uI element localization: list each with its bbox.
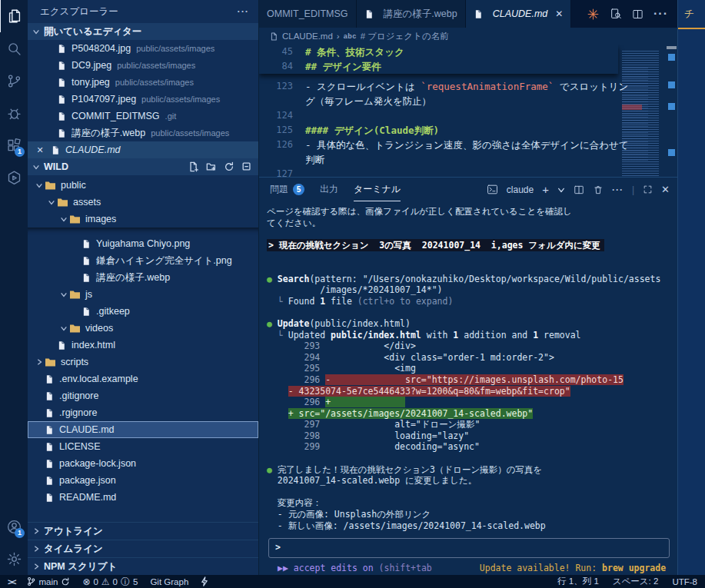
open-editor-path: .git — [165, 111, 177, 121]
open-editors-header[interactable]: 開いているエディター — [28, 23, 258, 40]
vscode-window: 1 1 エクスプローラー ··· 開いているエディター P5048204.jpg… — [0, 0, 705, 588]
tree-item[interactable]: LICENSE — [28, 438, 258, 455]
tree-item[interactable]: CLAUDE.md — [28, 421, 258, 438]
open-editor-item[interactable]: tony.jpegpublic/assets/images — [28, 74, 258, 91]
claude-input-box[interactable]: > — [268, 538, 670, 558]
extensions-icon[interactable]: 1 — [0, 129, 28, 161]
tree-item[interactable]: Yuigahama Chiyo.png — [28, 235, 258, 252]
debug-icon[interactable] — [0, 97, 28, 129]
terminal-line: /images/*20241007_14*") — [267, 284, 677, 296]
editor-more-actions-icon[interactable]: ··· — [653, 7, 668, 21]
panel-more-actions-icon[interactable]: ··· — [612, 184, 624, 195]
maximize-panel-icon[interactable] — [643, 184, 653, 194]
editor[interactable]: 45# 条件、技術スタック84## デザイン要件 123- スクロールイベントは… — [259, 45, 677, 177]
scrollbar-markers[interactable] — [666, 45, 677, 177]
tree-item[interactable]: public — [28, 177, 258, 194]
tree-item-label: videos — [85, 323, 113, 334]
terminal-output[interactable]: ページを確認する際は、画像ファイルが正しく配置されていることを確認してください。… — [259, 201, 677, 575]
breadcrumb[interactable]: CLAUDE.md › abc # プロジェクトの名前 — [259, 28, 677, 45]
tree-item[interactable]: 鎌倉ハイキング完全サイト.png — [28, 252, 258, 269]
open-editor-item[interactable]: ✕CLAUDE.md — [28, 141, 258, 158]
tree-item[interactable]: images — [28, 211, 258, 228]
editor-tab[interactable]: CLAUDE.md✕ — [466, 0, 572, 28]
tree-item[interactable]: package.json — [28, 472, 258, 489]
indentation[interactable]: スペース: 2 — [613, 576, 659, 587]
split-editor-icon[interactable] — [632, 8, 643, 20]
tree-item[interactable]: assets — [28, 194, 258, 211]
terminal-line: - 元の画像: Unsplashの外部リンク — [267, 509, 677, 520]
source-control-icon[interactable] — [0, 65, 28, 97]
new-terminal-icon[interactable]: + — [542, 184, 549, 195]
editor-tab[interactable]: 講座の様子.webp — [357, 0, 466, 28]
new-folder-icon[interactable] — [206, 161, 217, 172]
more-actions-icon[interactable]: ··· — [238, 6, 250, 17]
sidebar-section-タイムライン[interactable]: タイムライン — [28, 540, 258, 557]
problems-summary[interactable]: ⊗0 ⚠0 ⓘ5 — [82, 577, 138, 586]
line-number — [259, 94, 305, 108]
tree-item-label: js — [85, 289, 92, 300]
kill-terminal-icon[interactable] — [593, 184, 604, 195]
git-graph-button[interactable]: Git Graph — [150, 577, 188, 586]
close-icon[interactable]: ✕ — [34, 145, 46, 155]
minimap[interactable] — [618, 45, 666, 177]
sync-icon[interactable] — [61, 577, 70, 586]
panel-tab[interactable]: 問題5 — [270, 178, 304, 201]
sidebar-section-アウトライン[interactable]: アウトライン — [28, 522, 258, 540]
close-panel-icon[interactable]: ✕ — [661, 184, 670, 194]
tree-item[interactable]: .rgignore — [28, 404, 258, 421]
editor-tab[interactable]: OMMIT_EDITMSG — [259, 0, 357, 28]
chevron-down-icon — [31, 26, 42, 37]
open-editor-item[interactable]: P5048204.jpgpublic/assets/images — [28, 40, 258, 57]
collapse-all-icon[interactable] — [241, 161, 252, 172]
tree-item[interactable]: 講座の様子.webp — [28, 269, 258, 286]
terminal-line: ● 完了しました！現在の挑戦セクション3（ドローン撮影）の写真を — [267, 464, 677, 476]
new-file-icon[interactable] — [188, 161, 199, 172]
editor-line-text: 判断 — [305, 152, 324, 167]
cursor-position[interactable]: 行 1、列 1 — [557, 576, 599, 587]
remote-indicator[interactable]: >< — [8, 577, 15, 586]
tree-item[interactable]: .gitignore — [28, 387, 258, 404]
encoding[interactable]: UTF-8 — [672, 577, 697, 586]
chevron-right-icon — [34, 357, 45, 367]
tab-bar: OMMIT_EDITMSG講座の様子.webpCLAUDE.md✕ ··· — [259, 0, 677, 28]
tree-item[interactable]: .env.local.example — [28, 370, 258, 387]
terminal-line — [267, 453, 677, 464]
split-terminal-icon[interactable] — [574, 184, 584, 195]
hexagon-play-icon[interactable] — [0, 161, 28, 194]
git-branch-item[interactable]: main — [27, 576, 70, 586]
editor-tab-partial[interactable]: チ — [678, 0, 705, 29]
terminal-dropdown-icon[interactable] — [557, 186, 565, 194]
tree-item[interactable]: README.md — [28, 489, 258, 506]
claude-starburst-icon[interactable] — [587, 8, 600, 21]
tree-item[interactable]: scripts — [28, 354, 258, 370]
open-editor-item[interactable]: 講座の様子.webppublic/assets/images — [28, 125, 258, 141]
close-icon[interactable]: ✕ — [555, 8, 563, 19]
refresh-icon[interactable] — [224, 161, 234, 172]
open-editor-item[interactable]: COMMIT_EDITMSG.git — [28, 108, 258, 125]
files-icon[interactable] — [0, 0, 28, 32]
account-icon[interactable]: 1 — [0, 510, 28, 543]
tree-item[interactable]: js — [28, 286, 258, 303]
open-editor-item[interactable]: P1047097.jpegpublic/assets/images — [28, 91, 258, 108]
sidebar-section-NPM スクリプト[interactable]: NPM スクリプト — [28, 557, 258, 575]
markdown-preview-icon[interactable] — [610, 8, 622, 20]
tree-item[interactable]: package-lock.json — [28, 455, 258, 472]
tree-item-label: CLAUDE.md — [59, 424, 115, 435]
panel-tab[interactable]: 出力 — [320, 178, 338, 201]
workspace-header[interactable]: WILD — [28, 158, 258, 175]
chevron-down-icon — [58, 289, 69, 300]
right-editor-content[interactable] — [678, 29, 705, 575]
tree-item[interactable]: index.html — [28, 337, 258, 354]
editor-line: 124 — [259, 108, 618, 123]
tree-item-label: LICENSE — [59, 441, 101, 452]
search-icon[interactable] — [0, 32, 28, 65]
panel-tab[interactable]: ターミナル — [354, 178, 401, 201]
error-icon: ⊗ — [82, 577, 90, 586]
scrollbar-slider[interactable] — [667, 46, 677, 49]
tree-item[interactable]: videos — [28, 320, 258, 337]
lightning-icon[interactable] — [201, 576, 208, 586]
tree-item[interactable]: .gitkeep — [28, 303, 258, 320]
gear-icon[interactable] — [0, 543, 28, 575]
terminal-instance-label[interactable]: claude — [507, 184, 534, 195]
open-editor-item[interactable]: DC9.jpegpublic/assets/images — [28, 57, 258, 74]
